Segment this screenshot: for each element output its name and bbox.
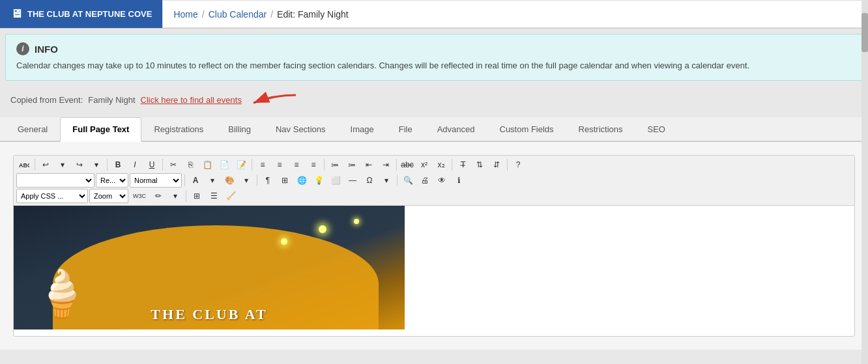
- editor-content[interactable]: 🍦 THE CLUB AT: [14, 206, 854, 336]
- info-icon: i: [16, 42, 29, 55]
- info-box-header: i INFO: [16, 42, 852, 55]
- editor-image-text: THE CLUB AT: [151, 306, 267, 323]
- toolbar-w3c-btn[interactable]: W3C: [130, 189, 149, 203]
- breadcrumb-calendar[interactable]: Club Calendar: [209, 9, 267, 20]
- toolbar-sep10: [257, 175, 257, 186]
- breadcrumb-current: Edit: Family Night: [277, 9, 349, 20]
- toolbar-paste-word-btn[interactable]: 📝: [233, 158, 249, 172]
- toolbar-copy-btn[interactable]: ⎘: [182, 158, 198, 172]
- toolbar-sep: [35, 159, 35, 171]
- tabs-bar: General Full Page Text Registrations Bil…: [0, 117, 868, 142]
- toolbar: ABC ↩ ▾ ↪ ▾ B I U: [14, 156, 854, 206]
- brand: 🖥 THE CLUB AT NEPTUNE COVE: [0, 0, 162, 28]
- tab-image[interactable]: Image: [338, 117, 386, 142]
- toolbar-align-justify-btn[interactable]: ≡: [306, 158, 321, 172]
- toolbar-symbol-btn[interactable]: Ω: [362, 173, 377, 188]
- tab-restrictions[interactable]: Restrictions: [566, 117, 635, 142]
- toolbar-apply-css-select[interactable]: Apply CSS ...: [16, 189, 88, 203]
- toolbar-underline-btn[interactable]: U: [144, 158, 160, 172]
- toolbar-sep3: [162, 159, 163, 171]
- toolbar-hr-btn[interactable]: —: [345, 173, 360, 188]
- toolbar-insert-table-btn[interactable]: ⊞: [277, 173, 293, 188]
- tab-custom-fields[interactable]: Custom Fields: [487, 117, 566, 142]
- info-box-text: Calendar changes may take up to 10 minut…: [16, 59, 852, 72]
- toolbar-spell-check-btn[interactable]: ABC: [16, 158, 32, 172]
- toolbar-symbol-dropdown[interactable]: ▾: [379, 173, 394, 188]
- toolbar-clean-btn[interactable]: 🧹: [223, 189, 239, 203]
- brand-name: THE CLUB AT NEPTUNE COVE: [27, 9, 152, 19]
- toolbar-bg-color-dropdown[interactable]: ▾: [239, 173, 254, 188]
- toolbar-redo-dropdown-btn[interactable]: ▾: [89, 158, 104, 172]
- tab-registrations[interactable]: Registrations: [141, 117, 216, 142]
- toolbar-indent-btn[interactable]: ⇥: [378, 158, 394, 172]
- tab-advanced[interactable]: Advanced: [425, 117, 487, 142]
- toolbar-style-select[interactable]: Normal: [130, 173, 182, 188]
- toolbar-align-center-btn[interactable]: ≡: [272, 158, 287, 172]
- tab-nav-sections[interactable]: Nav Sections: [263, 117, 338, 142]
- toolbar-block-format-btn[interactable]: ¶: [260, 173, 276, 188]
- toolbar-row-3: Apply CSS ... Zoom W3C ✏ ▾ ⊞ ☰: [16, 189, 852, 203]
- toolbar-align-right-btn[interactable]: ≡: [289, 158, 304, 172]
- toolbar-paste-text-btn[interactable]: 📄: [216, 158, 232, 172]
- toolbar-cut-btn[interactable]: ✂: [166, 158, 181, 172]
- toolbar-align-left-btn[interactable]: ≡: [255, 158, 270, 172]
- toolbar-undo-btn[interactable]: ↩: [38, 158, 53, 172]
- tab-file[interactable]: File: [386, 117, 425, 142]
- toolbar-sep2: [107, 159, 108, 171]
- toolbar-undo-dropdown-btn[interactable]: ▾: [55, 158, 70, 172]
- page-scrollbar[interactable]: [861, 0, 868, 350]
- toolbar-sep4: [252, 159, 252, 171]
- toolbar-sep12: [186, 190, 186, 202]
- breadcrumb: Home / Club Calendar / Edit: Family Nigh…: [162, 0, 868, 28]
- toolbar-select-all-btn[interactable]: ☰: [206, 189, 222, 203]
- info-box: i INFO Calendar changes may take up to 1…: [5, 34, 863, 81]
- editor-container: ABC ↩ ▾ ↪ ▾ B I U: [13, 155, 855, 337]
- toolbar-print-btn[interactable]: 🖨: [417, 173, 433, 188]
- copied-label: Copied from Event:: [10, 95, 83, 105]
- toolbar-format-select[interactable]: [16, 173, 94, 188]
- toolbar-redo-btn[interactable]: ↪: [72, 158, 87, 172]
- info-title: INFO: [35, 44, 58, 55]
- toolbar-about-btn[interactable]: ℹ: [451, 173, 467, 188]
- toolbar-find-btn[interactable]: 🔍: [400, 173, 416, 188]
- toolbar-flash-btn[interactable]: 💡: [311, 173, 326, 188]
- toolbar-sep11: [397, 175, 398, 186]
- toolbar-zoom-select[interactable]: Zoom: [89, 189, 128, 203]
- toolbar-sort2-btn[interactable]: ⇵: [489, 158, 504, 172]
- find-events-link[interactable]: Click here to find all events: [141, 95, 242, 105]
- toolbar-image-btn[interactable]: 🌐: [294, 173, 310, 188]
- toolbar-strike-btn[interactable]: abc: [399, 158, 415, 172]
- tab-general[interactable]: General: [5, 117, 60, 142]
- svg-text:ABC: ABC: [19, 162, 29, 169]
- tab-full-page-text[interactable]: Full Page Text: [60, 117, 141, 142]
- toolbar-num-list-btn[interactable]: ≔: [344, 158, 360, 172]
- toolbar-help-btn[interactable]: ?: [510, 158, 526, 172]
- toolbar-font-color-dropdown[interactable]: ▾: [205, 173, 220, 188]
- toolbar-iframe-btn[interactable]: ⬜: [328, 173, 343, 188]
- tab-seo[interactable]: SEO: [635, 117, 678, 142]
- scrollbar-thumb[interactable]: [861, 13, 868, 52]
- toolbar-superscript-btn[interactable]: x²: [416, 158, 432, 172]
- toolbar-spell-dropdown[interactable]: ▾: [167, 189, 183, 203]
- toolbar-remove-format-btn[interactable]: T̶: [455, 158, 470, 172]
- toolbar-paste-btn[interactable]: 📋: [199, 158, 215, 172]
- toolbar-outdent-btn[interactable]: ⇤: [361, 158, 377, 172]
- breadcrumb-sep2: /: [270, 9, 273, 20]
- toolbar-sort-btn[interactable]: ⇅: [472, 158, 487, 172]
- arrow-icon: [247, 90, 299, 111]
- toolbar-font-color-btn[interactable]: A: [188, 173, 203, 188]
- toolbar-italic-btn[interactable]: I: [127, 158, 143, 172]
- toolbar-preview-btn[interactable]: 👁: [434, 173, 450, 188]
- toolbar-sep7: [452, 159, 452, 171]
- breadcrumb-sep1: /: [202, 9, 205, 20]
- toolbar-reformat-select[interactable]: Re...: [96, 173, 128, 188]
- breadcrumb-home[interactable]: Home: [173, 9, 197, 20]
- toolbar-bullet-list-btn[interactable]: ≔: [327, 158, 343, 172]
- toolbar-sep8: [507, 159, 508, 171]
- toolbar-spell2-btn[interactable]: ✏: [151, 189, 166, 203]
- toolbar-bg-color-btn[interactable]: 🎨: [222, 173, 237, 188]
- tab-billing[interactable]: Billing: [216, 117, 263, 142]
- toolbar-grid-btn[interactable]: ⊞: [189, 189, 205, 203]
- toolbar-bold-btn[interactable]: B: [110, 158, 126, 172]
- toolbar-subscript-btn[interactable]: x₂: [433, 158, 449, 172]
